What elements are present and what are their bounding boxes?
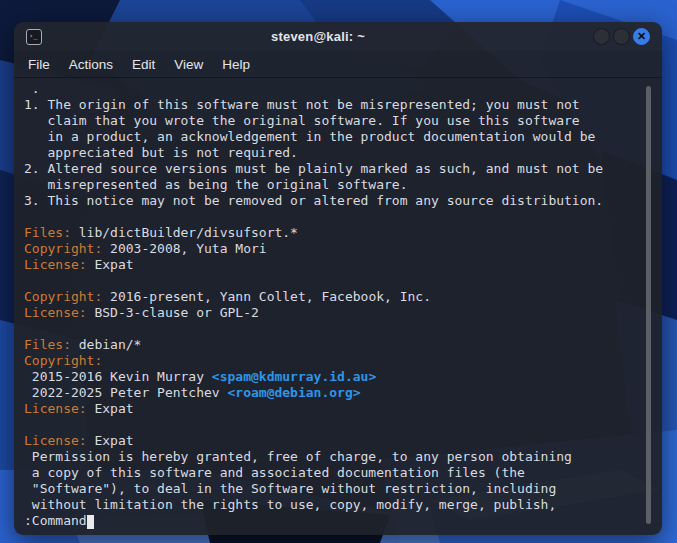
terminal-line: 3. This notice may not be removed or alt… bbox=[24, 193, 652, 209]
terminal-line: appreciated but is not required. bbox=[24, 145, 652, 161]
terminal-text: 2022-2025 Peter Pentchev bbox=[24, 385, 228, 400]
terminal-line: Files: lib/dictBuilder/divsufsort.* bbox=[24, 225, 652, 241]
terminal-line: "Software"), to deal in the Software wit… bbox=[24, 481, 652, 497]
field-label: License: bbox=[24, 305, 87, 320]
terminal-text: 3. This notice may not be removed or alt… bbox=[24, 193, 603, 208]
terminal-text: claim that you wrote the original softwa… bbox=[24, 113, 580, 128]
terminal-line: Copyright: bbox=[24, 353, 652, 369]
terminal-text: in a product, an acknowledgement in the … bbox=[24, 129, 595, 144]
terminal-line: 2. Altered source versions must be plain… bbox=[24, 161, 652, 177]
scrollbar-track[interactable] bbox=[644, 84, 651, 527]
terminal-line: Copyright: 2016-present, Yann Collet, Fa… bbox=[24, 289, 652, 305]
menu-item-help[interactable]: Help bbox=[220, 55, 252, 74]
terminal-text: debian/* bbox=[71, 337, 141, 352]
terminal-line bbox=[24, 321, 652, 337]
terminal-line: Files: debian/* bbox=[24, 337, 652, 353]
terminal-line: Permission is hereby granted, free of ch… bbox=[24, 449, 652, 465]
terminal-text: Expat bbox=[87, 257, 134, 272]
menu-item-file[interactable]: File bbox=[26, 55, 52, 74]
maximize-button[interactable] bbox=[613, 28, 630, 45]
terminal-line bbox=[24, 417, 652, 433]
scrollbar-thumb[interactable] bbox=[646, 86, 651, 524]
title-bar[interactable]: ›_ steven@kali: ~ ✕ bbox=[14, 22, 662, 51]
field-label: Copyright: bbox=[24, 353, 102, 368]
terminal-line: in a product, an acknowledgement in the … bbox=[24, 129, 652, 145]
field-label: License: bbox=[24, 257, 87, 272]
terminal-text: appreciated but is not required. bbox=[24, 145, 298, 160]
field-label: Files: bbox=[24, 225, 71, 240]
terminal-line bbox=[24, 209, 652, 225]
menu-item-edit[interactable]: Edit bbox=[130, 55, 157, 74]
terminal-line: a copy of this software and associated d… bbox=[24, 465, 652, 481]
terminal-text: :Command bbox=[24, 513, 87, 528]
field-label: Files: bbox=[24, 337, 71, 352]
terminal-line: License: Expat bbox=[24, 401, 652, 417]
terminal-line: . bbox=[24, 81, 652, 97]
email-link[interactable]: <roam@debian.org> bbox=[228, 385, 361, 400]
window-controls: ✕ bbox=[593, 28, 650, 45]
terminal-line: Copyright: 2003-2008, Yuta Mori bbox=[24, 241, 652, 257]
terminal-text: 2015-2016 Kevin Murray bbox=[24, 369, 212, 384]
menu-item-view[interactable]: View bbox=[172, 55, 205, 74]
terminal-line: :Command bbox=[24, 513, 652, 529]
terminal-text: 2. Altered source versions must be plain… bbox=[24, 161, 603, 176]
terminal-content[interactable]: .1. The origin of this software must not… bbox=[14, 78, 662, 529]
terminal-text: misrepresented as being the original sof… bbox=[24, 177, 408, 192]
terminal-text: 2016-present, Yann Collet, Facebook, Inc… bbox=[102, 289, 431, 304]
terminal-line: 2015-2016 Kevin Murray <spam@kdmurray.id… bbox=[24, 369, 652, 385]
close-button[interactable]: ✕ bbox=[633, 28, 650, 45]
block-cursor bbox=[87, 515, 94, 529]
menu-bar: FileActionsEditViewHelp bbox=[14, 51, 662, 78]
field-label: Copyright: bbox=[24, 241, 102, 256]
terminal-line bbox=[24, 273, 652, 289]
close-icon: ✕ bbox=[637, 31, 646, 42]
terminal-text: 2003-2008, Yuta Mori bbox=[102, 241, 266, 256]
field-label: License: bbox=[24, 401, 87, 416]
terminal-line: License: Expat bbox=[24, 257, 652, 273]
field-label: License: bbox=[24, 433, 87, 448]
terminal-text: . bbox=[24, 81, 40, 96]
terminal-text: 1. The origin of this software must not … bbox=[24, 97, 580, 112]
terminal-text: Permission is hereby granted, free of ch… bbox=[24, 449, 572, 464]
email-link[interactable]: <spam@kdmurray.id.au> bbox=[212, 369, 376, 384]
terminal-line: 2022-2025 Peter Pentchev <roam@debian.or… bbox=[24, 385, 652, 401]
terminal-line: License: Expat bbox=[24, 433, 652, 449]
terminal-text: Expat bbox=[87, 401, 134, 416]
terminal-line: claim that you wrote the original softwa… bbox=[24, 113, 652, 129]
terminal-window: ›_ steven@kali: ~ ✕ FileActionsEditViewH… bbox=[14, 22, 662, 535]
field-label: Copyright: bbox=[24, 289, 102, 304]
menu-item-actions[interactable]: Actions bbox=[67, 55, 115, 74]
window-title: steven@kali: ~ bbox=[14, 29, 622, 44]
terminal-text: a copy of this software and associated d… bbox=[24, 465, 525, 480]
terminal-text: "Software"), to deal in the Software wit… bbox=[24, 481, 556, 496]
terminal-text: Expat bbox=[87, 433, 134, 448]
terminal-line: without limitation the rights to use, co… bbox=[24, 497, 652, 513]
terminal-line: License: BSD-3-clause or GPL-2 bbox=[24, 305, 652, 321]
terminal-text: BSD-3-clause or GPL-2 bbox=[87, 305, 259, 320]
terminal-text: without limitation the rights to use, co… bbox=[24, 497, 556, 512]
terminal-text: lib/dictBuilder/divsufsort.* bbox=[71, 225, 298, 240]
minimize-button[interactable] bbox=[593, 28, 610, 45]
terminal-line: misrepresented as being the original sof… bbox=[24, 177, 652, 193]
terminal-line: 1. The origin of this software must not … bbox=[24, 97, 652, 113]
